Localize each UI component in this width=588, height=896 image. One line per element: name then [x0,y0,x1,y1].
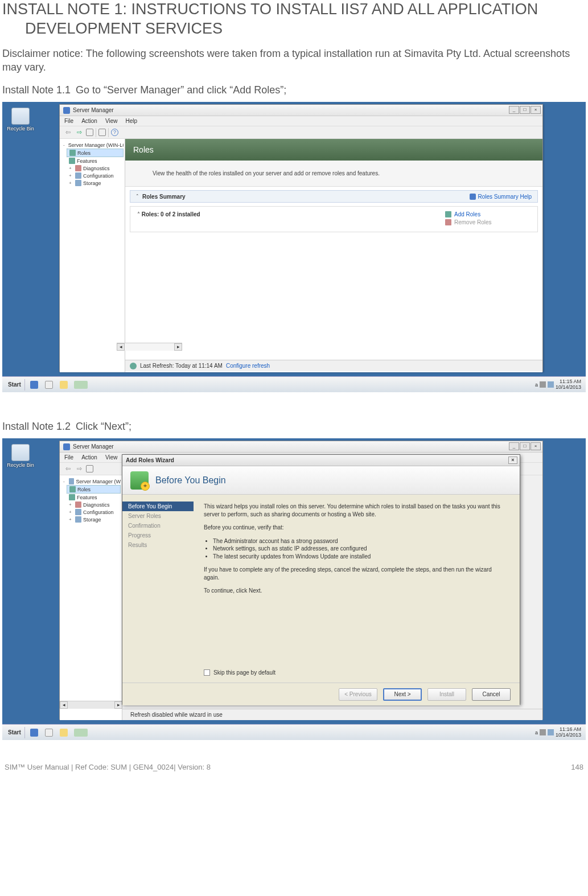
menu-file[interactable]: File [64,118,73,124]
menu-view[interactable]: View [105,454,118,461]
taskbar-app-icon[interactable] [72,727,90,738]
taskbar-server-manager-icon[interactable] [27,379,41,391]
recycle-bin[interactable]: Recycle Bin [7,444,34,468]
nav-progress[interactable]: Progress [122,531,194,540]
wizard-nav: Before You Begin Server Roles Confirmati… [122,495,194,683]
tree-root[interactable]: -Server Manager (W [61,478,121,485]
menu-action[interactable]: Action [81,118,97,124]
wizard-header-text: Before You Begin [155,475,226,486]
forward-icon[interactable]: ⇨ [75,465,84,474]
taskbar: Start a 11:15 AM 10/14/2013 [2,376,586,392]
add-roles-link[interactable]: Add Roles [445,211,531,217]
scroll-left-icon[interactable]: ◂ [60,701,68,709]
chevron-up-icon: ˄ [136,194,139,199]
nav-before-you-begin[interactable]: Before You Begin [122,502,194,511]
toolbar-icon[interactable] [86,465,93,472]
tree-scrollbar[interactable]: ◂▸ [117,343,182,351]
wizard-titlebar[interactable]: Add Roles Wizard × [122,455,520,466]
wizard-bullet-3: The latest security updates from Windows… [213,553,508,561]
back-icon[interactable]: ⇦ [63,465,72,474]
skip-label: Skip this page by default [213,669,276,676]
tray-lang[interactable]: a [535,730,538,735]
tree-features[interactable]: Features [67,157,124,165]
tree-features[interactable]: Features [67,494,121,501]
tray-icon[interactable] [540,729,546,735]
recycle-bin[interactable]: Recycle Bin [7,108,34,131]
scroll-left-icon[interactable]: ◂ [117,343,125,351]
tree-root[interactable]: -Server Manager (WIN-L6R5PB3T8C [61,141,124,149]
scroll-right-icon[interactable]: ▸ [114,701,122,709]
maximize-button[interactable]: □ [520,442,530,450]
menu-view[interactable]: View [105,118,118,124]
menu-help[interactable]: Help [125,118,137,124]
taskbar-explorer-icon[interactable] [57,379,71,391]
taskbar-server-manager-icon[interactable] [27,727,41,738]
tree-configuration[interactable]: +Configuration [67,172,124,179]
skip-checkbox[interactable] [204,669,210,676]
minimize-button[interactable]: _ [509,442,519,450]
cancel-button[interactable]: Cancel [472,688,511,701]
wizard-icon [130,471,149,490]
close-button[interactable]: × [531,442,541,450]
close-button[interactable]: × [531,106,541,114]
nav-confirmation[interactable]: Confirmation [122,521,194,531]
wizard-close-button[interactable]: × [508,457,517,464]
wizard-bullet-2: Network settings, such as static IP addr… [213,545,508,553]
navigation-tree: -Server Manager (WIN-L6R5PB3T8C Roles Fe… [60,139,125,372]
taskbar-clock[interactable]: 11:15 AM 10/14/2013 [556,379,581,391]
roles-summary-bar[interactable]: ˄ Roles Summary Roles Summary Help [130,190,538,203]
footer-page-number: 148 [571,763,583,771]
tree-configuration[interactable]: +Configuration [67,508,121,516]
taskbar-explorer-icon[interactable] [57,727,71,738]
start-button[interactable]: Start [5,379,25,391]
toolbar-icon-2[interactable] [98,129,106,136]
nav-server-roles[interactable]: Server Roles [122,511,194,521]
configure-refresh-link[interactable]: Configure refresh [226,363,270,369]
tree-scrollbar[interactable]: ◂▸ [60,701,122,709]
title-line-2: DEVELOPMENT SERVICES [2,19,586,39]
roles-summary-help-link[interactable]: Roles Summary Help [470,194,532,200]
tray-lang[interactable]: a [535,382,538,388]
toolbar-icon-1[interactable] [86,129,93,136]
start-button[interactable]: Start [5,727,25,738]
window-titlebar[interactable]: Server Manager _ □ × [60,441,542,453]
nav-results[interactable]: Results [122,540,194,550]
taskbar-powershell-icon[interactable] [42,727,56,738]
tree-diagnostics[interactable]: +Diagnostics [67,501,121,508]
tray-network-icon[interactable] [548,729,554,735]
toolbar: ⇦ ⇨ ? [60,126,542,139]
step-1: Install Note 1.1 Go to “Server Manager” … [2,84,586,96]
taskbar-powershell-icon[interactable] [42,379,56,391]
wizard-header: Before You Begin [122,466,520,495]
forward-icon[interactable]: ⇨ [75,128,84,137]
back-icon[interactable]: ⇦ [63,128,72,137]
status-bar: Refresh disabled while wizard in use [122,709,542,720]
tree-storage[interactable]: +Storage [67,516,121,523]
scroll-right-icon[interactable]: ▸ [174,343,182,351]
window-titlebar[interactable]: Server Manager _ □ × [60,105,542,116]
next-button[interactable]: Next > [383,688,422,701]
taskbar-clock[interactable]: 11:16 AM 10/14/2013 [556,727,581,738]
skip-checkbox-row[interactable]: Skip this page by default [204,669,276,676]
status-text: Refresh disabled while wizard in use [130,712,223,718]
window-title: Server Manager [73,443,114,450]
tree-diagnostics[interactable]: +Diagnostics [67,165,124,172]
tree-roles[interactable]: Roles [67,485,121,494]
minimize-button[interactable]: _ [509,106,519,114]
tray-icon[interactable] [540,381,546,388]
screenshot-1: Recycle Bin Server Manager _ □ × File Ac… [2,102,586,392]
menu-bar: File Action View Help [60,116,542,126]
help-icon[interactable]: ? [111,129,118,136]
install-button: Install [427,688,466,701]
remove-roles-link[interactable]: Remove Roles [445,219,531,225]
menu-action[interactable]: Action [81,454,97,461]
tree-roles[interactable]: Roles [67,149,124,157]
taskbar-app-icon[interactable] [72,379,90,391]
menu-file[interactable]: File [64,454,73,461]
tree-storage[interactable]: +Storage [67,179,124,187]
maximize-button[interactable]: □ [520,106,530,114]
footer-left: SIM™ User Manual | Ref Code: SUM | GEN4_… [5,763,211,771]
tray-network-icon[interactable] [548,381,554,388]
page-footer: SIM™ User Manual | Ref Code: SUM | GEN4_… [2,763,586,771]
disclaimer-text: Disclaimer notice: The following screens… [2,47,586,75]
